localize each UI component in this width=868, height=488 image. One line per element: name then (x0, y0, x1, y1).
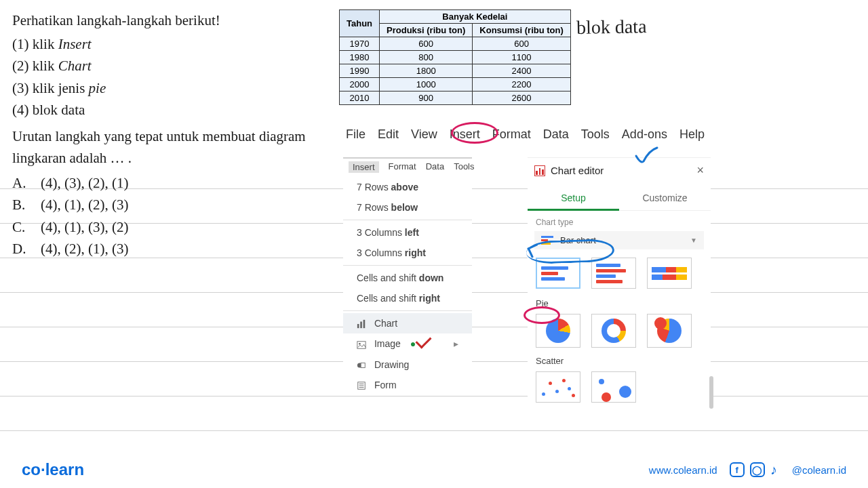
question-title: Perhatikan langkah-langkah berikut! (12, 9, 324, 32)
drawing-icon (357, 361, 366, 370)
insert-form[interactable]: Form (343, 375, 472, 395)
panel-tab-tools[interactable]: Tools (454, 161, 474, 173)
tab-setup[interactable]: Setup (528, 187, 619, 211)
tiktok-icon[interactable]: ♪ (770, 462, 784, 477)
question-block: Perhatikan langkah-langkah berikut! (1) … (12, 9, 324, 260)
pie-section-label: Pie (528, 294, 711, 310)
pie-thumb-2[interactable] (591, 314, 636, 348)
insert-cols-right[interactable]: 3 Columns right (343, 243, 472, 263)
image-icon (357, 340, 366, 350)
question-prompt: Urutan langkah yang tepat untuk membuat … (12, 125, 324, 169)
table-row: 199018002400 (340, 64, 571, 78)
tab-customize[interactable]: Customize (619, 187, 711, 210)
svg-rect-1 (360, 322, 362, 329)
site-url[interactable]: www.colearn.id (649, 464, 717, 476)
chevron-right-icon: ▸ (454, 338, 458, 349)
col-kons: Konsumsi (ribu ton) (473, 24, 571, 37)
footer: co·learn www.colearn.id f ◯ ♪ @colearn.i… (0, 451, 868, 488)
svg-rect-0 (357, 324, 359, 328)
col-group: Banyak Kedelai (380, 10, 571, 24)
menu-tools[interactable]: Tools (581, 127, 610, 142)
table-row: 1970600600 (340, 37, 571, 51)
scrollbar[interactable] (709, 376, 713, 409)
annotation-check-editor (634, 146, 658, 167)
chart-type-label: Chart type (528, 211, 711, 228)
panel-tab-format[interactable]: Format (389, 161, 416, 173)
annotation-check-chart (415, 335, 431, 346)
insert-cells-right[interactable]: Cells and shift right (343, 288, 472, 308)
table-row: 200010002200 (340, 78, 571, 92)
chart-editor-title: Chart editor (551, 165, 604, 176)
svg-rect-6 (361, 363, 365, 367)
menu-data[interactable]: Data (543, 127, 569, 142)
chevron-down-icon: ▼ (690, 237, 697, 244)
col-year: Tahun (340, 10, 380, 37)
menu-file[interactable]: File (346, 127, 366, 142)
scatter-section-label: Scatter (528, 352, 711, 367)
chart-icon (357, 319, 366, 329)
data-table: Tahun Banyak Kedelai Produksi (ribu ton)… (339, 9, 571, 105)
brand-logo: co·learn (22, 460, 84, 479)
bar-thumb-3[interactable] (647, 258, 692, 289)
bar-thumb-2[interactable] (591, 258, 636, 289)
chart-editor-icon (534, 165, 545, 176)
menu-view[interactable]: View (411, 127, 437, 142)
menubar: File Edit View Insert Format Data Tools … (346, 127, 705, 142)
insert-rows-above[interactable]: 7 Rows above (343, 177, 472, 197)
panel-tab-insert[interactable]: Insert (349, 161, 379, 173)
social-handle: @colearn.id (792, 464, 846, 476)
chart-editor-panel: Chart editor × Setup Customize Chart typ… (528, 157, 711, 409)
annotation-circle-insert (451, 122, 498, 144)
insert-submenu: Insert Format Data Tools 7 Rows above 7 … (343, 157, 472, 395)
answer-options: A.(4), (3), (2), (1) B.(4), (1), (2), (3… (12, 172, 324, 260)
table-row: 20109002600 (340, 92, 571, 105)
menu-help[interactable]: Help (679, 127, 705, 142)
svg-rect-2 (363, 320, 366, 328)
insert-chart[interactable]: Chart (343, 313, 472, 333)
insert-image[interactable]: Image ● ▸ (343, 333, 472, 354)
close-icon[interactable]: × (696, 163, 704, 178)
table-row: 19808001100 (340, 51, 571, 64)
insert-rows-below[interactable]: 7 Rows below (343, 197, 472, 218)
insert-cols-left[interactable]: 3 Columns left (343, 222, 472, 243)
facebook-icon[interactable]: f (730, 462, 745, 477)
scatter-thumb-1[interactable] (536, 371, 580, 403)
menu-edit[interactable]: Edit (378, 127, 399, 142)
insert-drawing[interactable]: Drawing (343, 354, 472, 375)
menu-addons[interactable]: Add-ons (622, 127, 667, 142)
pie-thumb-3[interactable] (647, 314, 692, 348)
instagram-icon[interactable]: ◯ (750, 462, 765, 477)
insert-cells-down[interactable]: Cells and shift down (343, 268, 472, 288)
panel-tab-data[interactable]: Data (426, 161, 444, 173)
svg-point-4 (359, 343, 361, 345)
handwritten-annotation: blok data (576, 16, 647, 39)
col-prod: Produksi (ribu ton) (380, 24, 473, 37)
scatter-thumb-2[interactable] (591, 371, 636, 403)
annotation-circle-pie (524, 306, 560, 324)
form-icon (357, 381, 366, 390)
